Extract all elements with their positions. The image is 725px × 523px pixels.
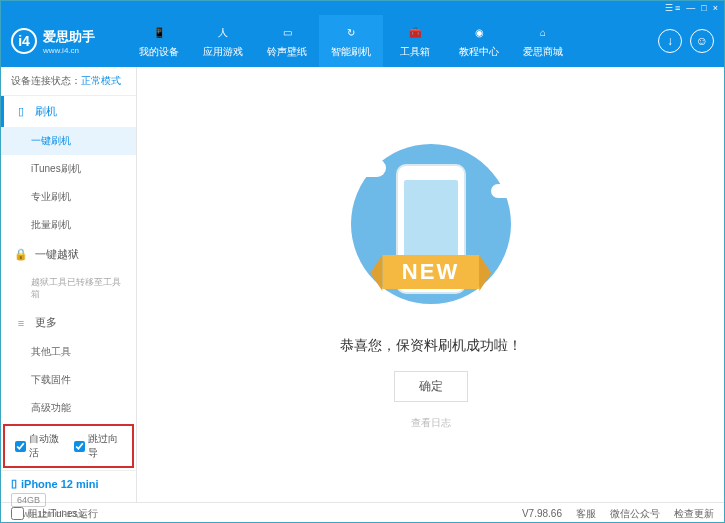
nav-my-device[interactable]: 📱我的设备 [127,15,191,67]
store-icon: ⌂ [534,24,552,42]
app-subtitle: www.i4.cn [43,46,95,55]
sub-download-firmware[interactable]: 下载固件 [1,366,136,394]
titlebar: ☰ ≡ — □ × [1,1,724,15]
service-link[interactable]: 客服 [576,507,596,521]
lock-icon: 🔒 [15,249,27,261]
nav-store[interactable]: ⌂爱思商城 [511,15,575,67]
version-label: V7.98.66 [522,508,562,519]
nav-flash[interactable]: ↻智能刷机 [319,15,383,67]
sidebar: 设备连接状态：正常模式 ▯ 刷机 一键刷机 iTunes刷机 专业刷机 批量刷机… [1,67,137,502]
device-icon: ▯ [11,477,17,490]
block-itunes-checkbox[interactable]: 阻止iTunes运行 [11,507,98,521]
flash-icon: ↻ [342,24,360,42]
more-icon: ≡ [15,317,27,329]
close-button[interactable]: × [713,3,718,13]
device-storage: 64GB [11,493,46,507]
menu-icon[interactable]: ☰ ≡ [665,3,681,13]
section-more[interactable]: ≡ 更多 [1,307,136,338]
section-jailbreak[interactable]: 🔒 一键越狱 [1,239,136,270]
logo: i4 爱思助手 www.i4.cn [11,28,127,55]
sub-batch-flash[interactable]: 批量刷机 [1,211,136,239]
jailbreak-note: 越狱工具已转移至工具箱 [1,270,136,307]
nav: 📱我的设备 人应用游戏 ▭铃声壁纸 ↻智能刷机 🧰工具箱 ◉教程中心 ⌂爱思商城 [127,15,658,67]
wechat-link[interactable]: 微信公众号 [610,507,660,521]
connection-status: 设备连接状态：正常模式 [1,67,136,96]
sub-itunes-flash[interactable]: iTunes刷机 [1,155,136,183]
sub-other-tools[interactable]: 其他工具 [1,338,136,366]
logo-icon: i4 [11,28,37,54]
new-banner: NEW [382,255,479,289]
update-link[interactable]: 检查更新 [674,507,714,521]
device-name: ▯ iPhone 12 mini [11,477,126,490]
nav-ringtones[interactable]: ▭铃声壁纸 [255,15,319,67]
nav-tutorials[interactable]: ◉教程中心 [447,15,511,67]
phone-icon: ▯ [15,106,27,118]
confirm-button[interactable]: 确定 [394,371,468,402]
user-button[interactable]: ☺ [690,29,714,53]
nav-toolbox[interactable]: 🧰工具箱 [383,15,447,67]
sub-oneclick-flash[interactable]: 一键刷机 [1,127,136,155]
toolbox-icon: 🧰 [406,24,424,42]
success-message: 恭喜您，保资料刷机成功啦！ [340,337,522,355]
maximize-button[interactable]: □ [701,3,706,13]
options-row: 自动激活 跳过向导 [3,424,134,468]
skip-guide-checkbox[interactable]: 跳过向导 [74,432,123,460]
view-log-link[interactable]: 查看日志 [411,416,451,430]
wallpaper-icon: ▭ [278,24,296,42]
section-flash[interactable]: ▯ 刷机 [1,96,136,127]
auto-activate-checkbox[interactable]: 自动激活 [15,432,64,460]
download-button[interactable]: ↓ [658,29,682,53]
sub-pro-flash[interactable]: 专业刷机 [1,183,136,211]
phone-icon: 📱 [150,24,168,42]
tutorial-icon: ◉ [470,24,488,42]
header: i4 爱思助手 www.i4.cn 📱我的设备 人应用游戏 ▭铃声壁纸 ↻智能刷… [1,15,724,67]
minimize-button[interactable]: — [686,3,695,13]
app-title: 爱思助手 [43,28,95,46]
sub-advanced[interactable]: 高级功能 [1,394,136,422]
main-content: NEW 恭喜您，保资料刷机成功啦！ 确定 查看日志 [137,67,724,502]
nav-apps[interactable]: 人应用游戏 [191,15,255,67]
success-illustration: NEW [331,139,531,319]
apps-icon: 人 [214,24,232,42]
